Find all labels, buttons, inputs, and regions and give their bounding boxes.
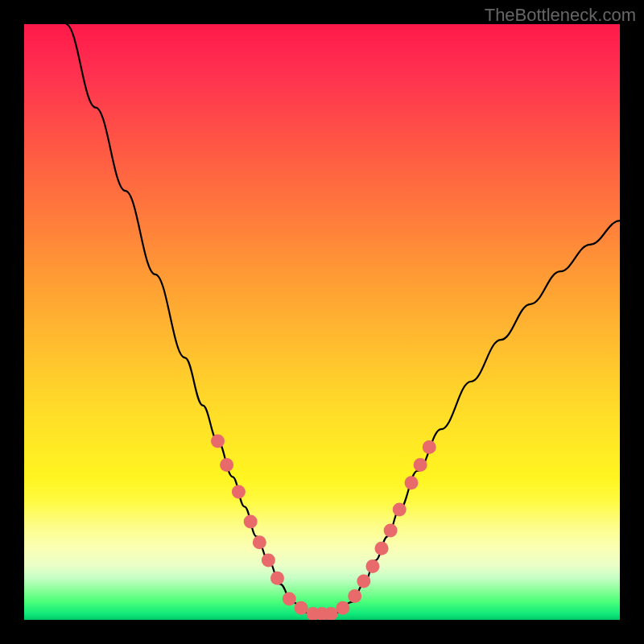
bottleneck-curve xyxy=(66,24,620,614)
data-marker xyxy=(232,485,246,498)
data-marker xyxy=(414,458,427,472)
watermark-text: TheBottleneck.com xyxy=(485,5,636,26)
data-marker xyxy=(405,476,419,489)
data-marker xyxy=(283,592,296,606)
data-markers xyxy=(211,435,436,621)
data-marker xyxy=(348,589,361,603)
data-marker xyxy=(244,514,258,528)
data-marker xyxy=(365,559,379,573)
data-marker xyxy=(270,572,284,585)
data-marker xyxy=(357,574,370,588)
data-marker xyxy=(375,542,389,555)
data-marker xyxy=(423,440,436,454)
data-marker xyxy=(262,554,275,568)
data-marker xyxy=(384,524,398,538)
data-marker xyxy=(220,458,233,472)
data-marker xyxy=(336,601,349,615)
data-marker xyxy=(253,535,266,549)
chart-svg xyxy=(24,24,620,620)
data-marker xyxy=(393,503,407,517)
data-marker xyxy=(211,435,225,448)
chart-area xyxy=(24,24,620,620)
data-marker xyxy=(295,601,308,615)
